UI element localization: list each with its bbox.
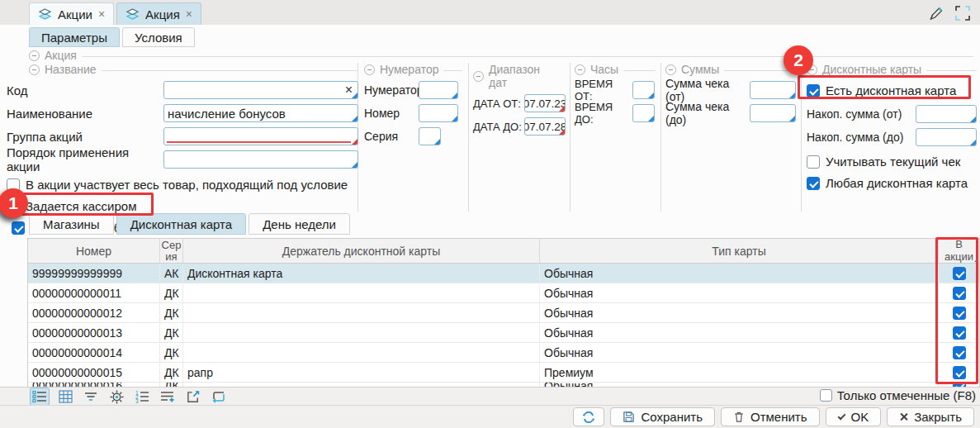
group-title: Суммы [681, 63, 719, 76]
row-in-action-checkbox[interactable] [953, 307, 966, 320]
accum-to-input[interactable] [916, 128, 977, 146]
time-to-input[interactable] [632, 104, 655, 122]
name-label: Наименование [7, 107, 163, 121]
list-view-icon[interactable] [30, 388, 50, 406]
cashier-label: Задается кассиром [26, 199, 136, 213]
collapse-icon[interactable] [665, 64, 676, 75]
settings-gear-icon[interactable] [107, 388, 126, 406]
cell-in-action [939, 363, 979, 382]
group-header-akcia: Акция [29, 49, 973, 62]
row-in-action-checkbox[interactable] [953, 267, 966, 280]
group-header-numerator: Нумератор [364, 63, 462, 76]
grid-view-icon[interactable] [55, 388, 75, 406]
open-external-icon[interactable] [183, 388, 203, 406]
save-button[interactable]: Сохранить [610, 407, 715, 426]
sum-from-input[interactable] [750, 81, 796, 99]
collapse-icon[interactable] [364, 64, 375, 75]
table-row[interactable]: 00000000000011ДКОбычная [28, 283, 979, 303]
series-input[interactable] [419, 127, 441, 145]
name-input-value: начисление бонусов [168, 107, 286, 121]
group-input[interactable] [163, 127, 358, 145]
accum-from-label: Накоп. сумма (от) [807, 107, 916, 121]
table-row[interactable]: 00000000000014ДКОбычная [28, 343, 979, 363]
doc-tab-label: Акция [145, 7, 180, 21]
table-row[interactable]: 99999999999999АКДисконтная картаОбычная [28, 264, 979, 283]
close-icon[interactable]: × [98, 8, 105, 20]
column-header-type[interactable]: Тип карты [540, 239, 939, 263]
cancel-button[interactable]: Отменить [721, 407, 820, 426]
subtab-diskontnaya-karta[interactable]: Дисконтная карта [116, 213, 246, 235]
row-in-action-checkbox[interactable] [953, 366, 966, 379]
date-to-value: 07.07.28 [524, 121, 566, 133]
use-bonuses-checkbox[interactable] [12, 221, 25, 235]
current-receipt-checkbox[interactable] [807, 155, 820, 169]
subtab-magaziny[interactable]: Магазины [29, 213, 114, 235]
doc-tab-akcii[interactable]: Акции × [29, 2, 114, 25]
date-from-input[interactable]: 07.07.23 [524, 94, 566, 112]
refresh-button[interactable] [573, 407, 604, 426]
repeat-icon[interactable] [209, 388, 229, 406]
filter-icon[interactable] [81, 388, 101, 406]
sum-to-input[interactable] [750, 104, 796, 122]
has-card-label: Есть дисконтная карта [826, 83, 956, 97]
has-card-checkbox[interactable] [807, 84, 820, 97]
collapse-icon[interactable] [575, 64, 585, 75]
cell-type: Премиум [540, 363, 939, 382]
row-in-action-checkbox[interactable] [953, 346, 966, 359]
cell-in-action [939, 303, 979, 322]
tab-parametry[interactable]: Параметры [29, 27, 120, 47]
close-icon[interactable]: × [186, 8, 192, 20]
only-marked-checkbox[interactable] [820, 389, 832, 402]
only-marked-label: Только отмеченные (F8) [837, 388, 976, 402]
group-label: Группа акций [7, 130, 163, 144]
accum-from-input[interactable] [916, 105, 977, 123]
series-label: Серия [364, 130, 419, 143]
date-to-input[interactable]: 07.07.28 [524, 117, 566, 136]
column-header-number[interactable]: Номер [28, 239, 160, 263]
collapse-icon[interactable] [473, 71, 484, 82]
tab-uslovia[interactable]: Условия [122, 27, 195, 47]
table-row[interactable]: 00000000000013ДКОбычная [28, 323, 979, 343]
current-receipt-label: Учитывать текущий чек [826, 155, 960, 169]
column-header-holder[interactable]: Держатель дисконтной карты [183, 239, 540, 263]
code-label: Код [7, 83, 163, 97]
row-in-action-checkbox[interactable] [953, 326, 966, 340]
close-button[interactable]: Закрыть [887, 407, 974, 426]
collapse-icon[interactable] [29, 64, 40, 75]
cell-number: 99999999999999 [28, 264, 160, 283]
table-toolbar: 123 Только отмеченны [0, 387, 980, 405]
column-header-in-action[interactable]: В акции [939, 239, 979, 263]
order-label: Порядок применения акции [7, 145, 163, 174]
numbered-list-icon[interactable]: 123 [132, 388, 152, 406]
collapse-icon[interactable] [29, 50, 40, 61]
table-row[interactable]: 00000000000012ДКОбычная [28, 303, 979, 323]
group-header-cards: Дисконтные карты [807, 63, 977, 76]
code-input[interactable]: × [163, 81, 358, 99]
cell-in-action [939, 343, 979, 362]
cell-series: ДК [160, 363, 183, 382]
layers-icon [38, 8, 52, 21]
doc-tab-akcia[interactable]: Акция × [116, 2, 201, 25]
time-from-input[interactable] [632, 81, 655, 99]
cell-holder [183, 303, 540, 322]
name-input[interactable]: начисление бонусов [163, 104, 358, 122]
subtab-den-nedeli[interactable]: День недели [249, 213, 350, 235]
edit-pencil-icon[interactable] [929, 6, 944, 21]
cell-number: 00000000000011 [28, 283, 160, 302]
cell-series: ДК [160, 343, 183, 362]
numerator-input[interactable] [419, 81, 458, 99]
column-header-series[interactable]: Серия [160, 239, 183, 263]
number-input[interactable] [419, 104, 458, 122]
row-in-action-checkbox[interactable] [953, 287, 966, 300]
order-input[interactable] [163, 150, 358, 169]
in-action-line2: акции [944, 251, 973, 263]
ok-button[interactable]: OK [826, 407, 882, 426]
doc-tab-label: Акции [58, 7, 92, 21]
any-card-checkbox[interactable] [807, 177, 820, 190]
cell-type: Обычная [540, 323, 939, 342]
group-header-dates: Диапазон дат [473, 63, 564, 89]
clear-icon[interactable]: × [345, 83, 354, 97]
fullscreen-icon[interactable] [955, 6, 970, 21]
add-to-list-icon[interactable] [158, 388, 178, 406]
table-row[interactable]: 00000000000015ДКрапрПремиум [28, 363, 979, 383]
